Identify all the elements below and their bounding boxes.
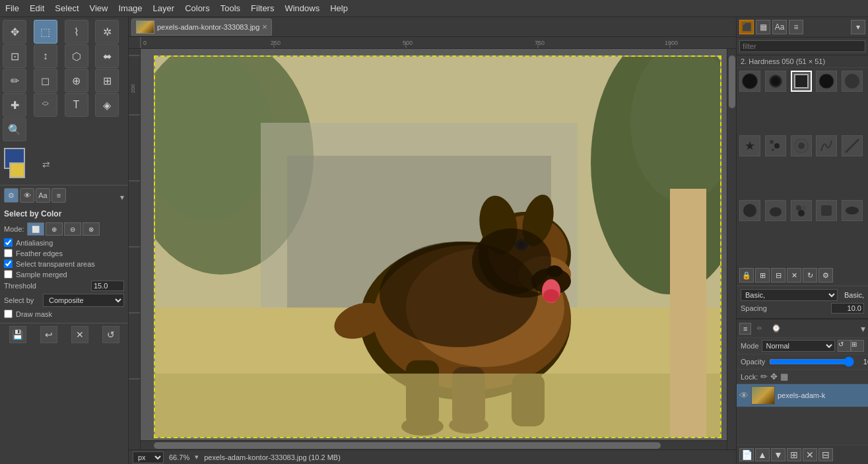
brush-item[interactable]	[842, 71, 863, 92]
brush-item[interactable]	[842, 135, 863, 156]
menu-edit[interactable]: Edit	[24, 2, 50, 15]
layer-row[interactable]: 👁 pexels-adam-k	[737, 384, 868, 407]
canvas-image[interactable]	[154, 55, 721, 438]
brush-mode-dropdown[interactable]: Basic, Dynamics	[741, 289, 838, 301]
layers-tab-history[interactable]: ⌚	[768, 322, 785, 335]
mode-add-btn[interactable]: ⊕	[46, 222, 63, 236]
mode-replace-btn[interactable]: ⬜	[27, 222, 44, 236]
menu-image[interactable]: Image	[113, 2, 147, 15]
brush-item[interactable]	[765, 200, 786, 221]
feather-edges-checkbox[interactable]	[4, 249, 13, 257]
tool-clone[interactable]: ⊞	[95, 69, 119, 92]
menu-colors[interactable]: Colors	[180, 2, 215, 15]
brush-item[interactable]	[791, 135, 812, 156]
tool-heal[interactable]: ✚	[3, 93, 26, 117]
mode-intersect-btn[interactable]: ⊗	[83, 222, 100, 236]
toolbox-reset-btn[interactable]: ↺	[102, 326, 119, 343]
brush-tool-delete-icon[interactable]: ✕	[787, 268, 801, 282]
menu-layer[interactable]: Layer	[148, 2, 180, 15]
brush-item[interactable]: ★	[739, 135, 760, 156]
brushes-pattern-icon[interactable]: ▦	[756, 20, 770, 34]
layers-tab-paths[interactable]: ⌔	[753, 323, 766, 335]
tool-color-picker[interactable]: ◈	[95, 93, 119, 117]
layers-delete-btn[interactable]: ✕	[803, 448, 817, 461]
tool-options-icon-extra[interactable]: ≡	[51, 188, 66, 203]
canvas-zoom-dropdown-icon[interactable]: ▾	[195, 453, 199, 461]
tool-move[interactable]: ✥	[3, 20, 26, 44]
select-transparent-checkbox[interactable]	[4, 259, 13, 268]
layer-visibility-icon[interactable]: 👁	[739, 390, 749, 401]
brush-tool-refresh-icon[interactable]: ↻	[803, 268, 817, 282]
brushes-extra-icon[interactable]: ≡	[789, 20, 803, 34]
canvas-tab-close-btn[interactable]: ×	[262, 22, 267, 32]
menu-windows[interactable]: Windows	[279, 2, 325, 15]
brush-item[interactable]	[816, 135, 837, 156]
brush-tool-settings-icon[interactable]: ⚙	[818, 268, 833, 282]
tool-options-expand-icon[interactable]: ▾	[120, 193, 124, 202]
menu-tools[interactable]: Tools	[215, 2, 246, 15]
brush-spacing-input[interactable]	[831, 303, 864, 314]
brushes-color-icon[interactable]: ⬛	[739, 20, 754, 34]
menu-view[interactable]: View	[84, 2, 114, 15]
tool-eraser[interactable]: ◻	[34, 69, 57, 92]
layers-new-btn[interactable]: 📄	[739, 448, 754, 461]
select-by-dropdown[interactable]: Composite Red Green Blue Alpha	[43, 294, 124, 307]
tool-fuzzy-select[interactable]: ✲	[95, 20, 119, 44]
lock-paint-icon[interactable]: ✏	[760, 372, 768, 381]
horizontal-scrollbar[interactable]	[141, 440, 727, 449]
layers-expand-icon[interactable]: ▾	[861, 323, 865, 334]
layers-mode-dropdown[interactable]: Normal Multiply Screen Overlay	[762, 340, 835, 352]
brushes-expand-icon[interactable]: ▾	[851, 20, 865, 34]
background-color-swatch[interactable]	[9, 162, 25, 178]
mode-subtract-btn[interactable]: ⊖	[64, 222, 81, 236]
tool-airbrush[interactable]: ⊕	[65, 69, 88, 92]
vertical-scrollbar[interactable]	[727, 49, 736, 449]
lock-move-icon[interactable]: ✥	[770, 372, 778, 381]
tool-crop[interactable]: ⊡	[3, 44, 26, 68]
tool-text[interactable]: T	[65, 93, 88, 117]
sample-merged-checkbox[interactable]	[4, 270, 13, 279]
brush-tool-copy-icon[interactable]: ⊞	[755, 268, 770, 282]
brush-filter-input[interactable]	[739, 40, 865, 52]
toolbox-save-btn[interactable]: 💾	[9, 326, 26, 343]
menu-file[interactable]: File	[0, 2, 24, 15]
menu-help[interactable]: Help	[325, 2, 353, 15]
swap-colors-icon[interactable]: ⇄	[42, 159, 50, 170]
canvas-tab[interactable]: pexels-adam-kontor-333083.jpg ×	[131, 18, 272, 36]
tool-flip[interactable]: ⬌	[95, 44, 119, 68]
tool-options-icon-font[interactable]: Aa	[36, 188, 50, 203]
tool-paths[interactable]: ⌔	[34, 93, 57, 117]
layers-opacity-slider[interactable]	[769, 356, 854, 367]
draw-mask-checkbox[interactable]	[4, 310, 13, 318]
brush-item[interactable]	[765, 71, 786, 92]
tool-transform[interactable]: ↕	[34, 44, 57, 68]
tool-rect-select[interactable]: ⬚	[34, 20, 57, 44]
layers-down-btn[interactable]: ▼	[771, 448, 785, 461]
brush-item[interactable]	[765, 135, 786, 156]
unit-selector[interactable]: px % cm mm in	[133, 451, 164, 463]
brush-item[interactable]	[791, 71, 812, 92]
menu-select[interactable]: Select	[50, 2, 84, 15]
menu-filters[interactable]: Filters	[246, 2, 279, 15]
tool-options-icon-view[interactable]: 👁	[20, 188, 34, 203]
toolbox-cancel-btn[interactable]: ✕	[71, 326, 88, 343]
layers-mode-extra-btn[interactable]: ⊞	[851, 340, 864, 352]
brush-item[interactable]	[739, 200, 760, 221]
brush-tool-paste-icon[interactable]: ⊟	[771, 268, 785, 282]
canvas-viewport[interactable]	[141, 49, 727, 449]
brush-tool-lock-icon[interactable]: 🔒	[739, 268, 754, 282]
brush-item[interactable]	[791, 200, 812, 221]
threshold-input[interactable]	[91, 281, 124, 291]
brush-item[interactable]	[816, 71, 837, 92]
tool-options-icon-settings[interactable]: ⚙	[4, 188, 18, 203]
brush-item[interactable]	[842, 200, 863, 221]
toolbox-undo-btn[interactable]: ↩	[40, 326, 57, 343]
layers-flatten-btn[interactable]: ⊟	[818, 448, 833, 461]
brushes-font-icon[interactable]: Aa	[772, 20, 787, 34]
layers-tab-channels[interactable]: ≡	[739, 323, 751, 335]
tool-lasso[interactable]: ⌇	[65, 20, 88, 44]
layers-mode-reset-btn[interactable]: ↺	[838, 340, 851, 352]
lock-alpha-icon[interactable]: ▦	[780, 372, 788, 381]
tool-perspective[interactable]: ⬡	[65, 44, 88, 68]
tool-paintbrush[interactable]: ✏	[3, 69, 26, 92]
